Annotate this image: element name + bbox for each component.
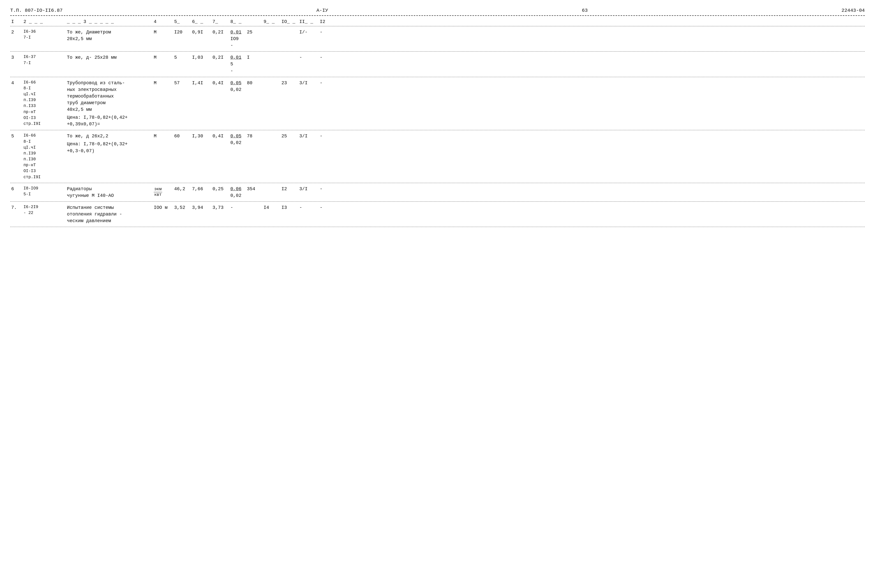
row-c12: - (319, 29, 334, 36)
row-c11: 3/I (298, 133, 319, 140)
table-row: 6I8-IO9 5-IРадиаторычугунные М I40-АОэкм… (10, 183, 865, 202)
row-desc: Испытание системыотопления гидравли -чес… (66, 204, 153, 224)
row-c10: 23 (281, 80, 298, 86)
c8-top: 0,01 (230, 30, 242, 35)
c8-bot: IO9 (230, 36, 261, 42)
row-c8: - (230, 204, 263, 211)
row-desc: То же, д- 25х28 мм (66, 54, 153, 61)
col-header-5: 5_ (173, 18, 191, 25)
header-left: Т.П. 807-IO-II6.87 (10, 8, 63, 13)
row-code: I8-IO9 5-I (23, 186, 66, 197)
row-num: 4 (10, 80, 23, 86)
table-body: 2I6-367-IТо же, Диаметром 20х2,5 ммМI200… (10, 26, 865, 227)
row-unit: экмквт (153, 186, 173, 198)
row-unit: М (153, 54, 173, 61)
row-c12: - (319, 54, 334, 61)
col-header-4: 4 (153, 18, 173, 25)
row-code: I6-2I9 - 22 (23, 204, 66, 216)
row-c6: I,4I (191, 80, 212, 86)
row-c6: 7,66 (191, 186, 212, 192)
col-header-12: I2 (319, 18, 334, 25)
header-center: А-IУ (317, 8, 328, 13)
row-c5: 57 (173, 80, 191, 86)
c8-sub: - (230, 68, 261, 74)
row-c8: 0,01 25IO9- (230, 29, 263, 49)
dashed-line-top (10, 15, 865, 16)
header-center2: 63 (582, 8, 588, 13)
row-num: 2 (10, 29, 23, 36)
row-c5: 3,52 (173, 204, 191, 211)
row-desc: То же, Диаметром 20х2,5 мм (66, 29, 153, 42)
col-header-9: 9_ _ (263, 18, 281, 25)
row-c7: 0,4I (212, 133, 230, 140)
row-c9: I4 (263, 204, 281, 211)
col-header-3: _ _ _ 3 _ _ _ _ _ (66, 18, 153, 25)
row-c7: 0,2I (212, 29, 230, 36)
row-c10: I3 (281, 204, 298, 211)
row-c11: - (298, 54, 319, 61)
row-unit: М (153, 29, 173, 36)
row-desc: Радиаторычугунные М I40-АО (66, 186, 153, 199)
table-row: 4I6-668-IцI.чIп.I39п.I33пр-нТOI-I3стр.I9… (10, 77, 865, 130)
row-num: 7. (10, 204, 23, 211)
row-c8: 0,01 I5- (230, 54, 263, 74)
table-row: 3I6-377-IТо же, д- 25х28 ммМ5I,030,2I0,0… (10, 52, 865, 77)
ekm-unit: экмквт (154, 187, 162, 198)
c8-bot: 0,02 (230, 192, 261, 199)
c8-top: 0,01 (230, 55, 242, 60)
col-headers: I 2 _ _ _ _ _ _ 3 _ _ _ _ _ 4 5_ 6_ _ 7_… (10, 17, 865, 26)
row-code: I6-377-I (23, 54, 66, 66)
row-code: I6-367-I (23, 29, 66, 40)
row-c6: I,30 (191, 133, 212, 140)
row-c8: 0,05 800,02 (230, 80, 263, 93)
row-num: 6 (10, 186, 23, 192)
row-c12: - (319, 80, 334, 86)
row-c7: 0,25 (212, 186, 230, 192)
table-row: 7.I6-2I9 - 22Испытание системыотопления … (10, 202, 865, 227)
row-c5: I20 (173, 29, 191, 36)
row-desc: То же, д 26х2,2Цена: I,78-0,82+(0,32+ +0… (66, 133, 153, 154)
row-c11: 3/I (298, 80, 319, 86)
table-row: 2I6-367-IТо же, Диаметром 20х2,5 ммМI200… (10, 26, 865, 52)
row-c7: 0,4I (212, 80, 230, 86)
row-c11: - (298, 204, 319, 211)
row-c6: 3,94 (191, 204, 212, 211)
row-c6: 0,9I (191, 29, 212, 36)
row-unit: IOO м (153, 204, 173, 211)
row-num: 5 (10, 133, 23, 140)
row-c5: 5 (173, 54, 191, 61)
row-c6: I,03 (191, 54, 212, 61)
row-desc: Трубопровод из сталь- ных электросварных… (66, 80, 153, 128)
row-c10: I2 (281, 186, 298, 192)
col-header-2: 2 _ _ _ (23, 18, 66, 25)
row-c12: - (319, 186, 334, 192)
row-c8: 0,05 780,02 (230, 133, 263, 146)
c8-top: 0,05 (230, 80, 242, 86)
c8-sub: - (230, 42, 261, 49)
col-header-7: 7_ (212, 18, 230, 25)
c8-top: 0,05 (230, 134, 242, 139)
row-code: I6-668-IцI.чIп.I39п.I33пр-нТOI-I3стр.I9I (23, 80, 66, 127)
row-c12: - (319, 204, 334, 211)
col-header-6: 6_ _ (191, 18, 212, 25)
row-c7: 0,2I (212, 54, 230, 61)
col-header-1: I (10, 18, 23, 25)
col-header-8: 8_ _ (230, 18, 263, 25)
col-header-10: IO_ _ (281, 18, 298, 25)
row-c12: - (319, 133, 334, 140)
c8-bot: 5 (230, 61, 261, 68)
row-c11: 3/I (298, 186, 319, 192)
col-header-11: II_ _ (298, 18, 319, 25)
c8-bot: 0,02 (230, 86, 261, 93)
c8-bot: 0,02 (230, 140, 261, 146)
row-code: I6-668-IцI.чIп.I39п.I30пр-нТOI-I3стр.I9I (23, 133, 66, 180)
row-c7: 3,73 (212, 204, 230, 211)
row-c5: 46,2 (173, 186, 191, 192)
header-right: 22443-04 (842, 8, 865, 13)
table-row: 5I6-668-IцI.чIп.I39п.I30пр-нТOI-I3стр.I9… (10, 130, 865, 183)
header-row: Т.П. 807-IO-II6.87 А-IУ 63 22443-04 (10, 8, 865, 13)
row-unit: М (153, 133, 173, 140)
row-unit: М (153, 80, 173, 86)
row-c8: 0,06 3540,02 (230, 186, 263, 199)
row-num: 3 (10, 54, 23, 61)
